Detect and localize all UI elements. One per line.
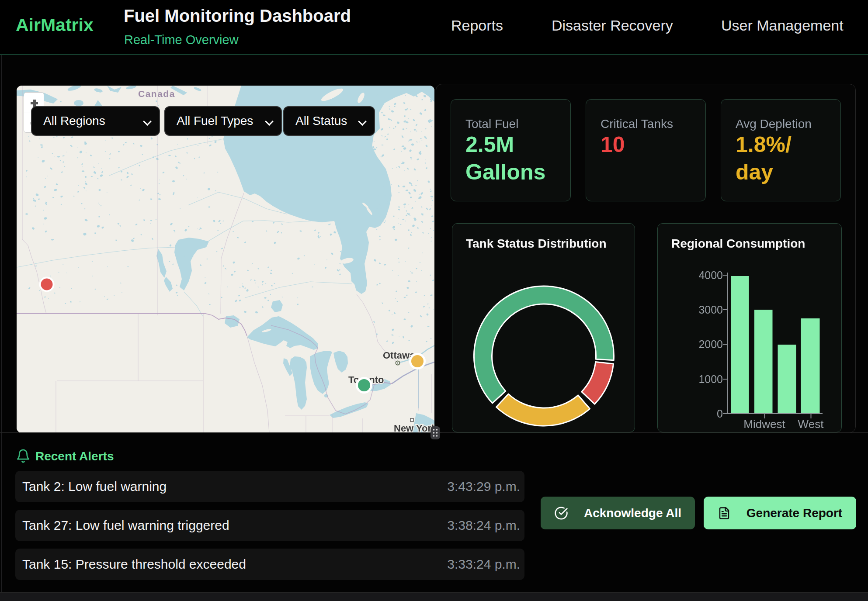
svg-text:Canada: Canada — [138, 89, 175, 99]
svg-text:Midwest: Midwest — [743, 418, 785, 431]
svg-text:4000: 4000 — [698, 269, 723, 281]
svg-text:1000: 1000 — [698, 373, 723, 385]
svg-text:0: 0 — [717, 408, 723, 420]
svg-text:2000: 2000 — [698, 338, 723, 350]
svg-text:3000: 3000 — [698, 304, 723, 316]
svg-text:New York: New York — [394, 423, 434, 433]
svg-text:West: West — [798, 418, 824, 431]
